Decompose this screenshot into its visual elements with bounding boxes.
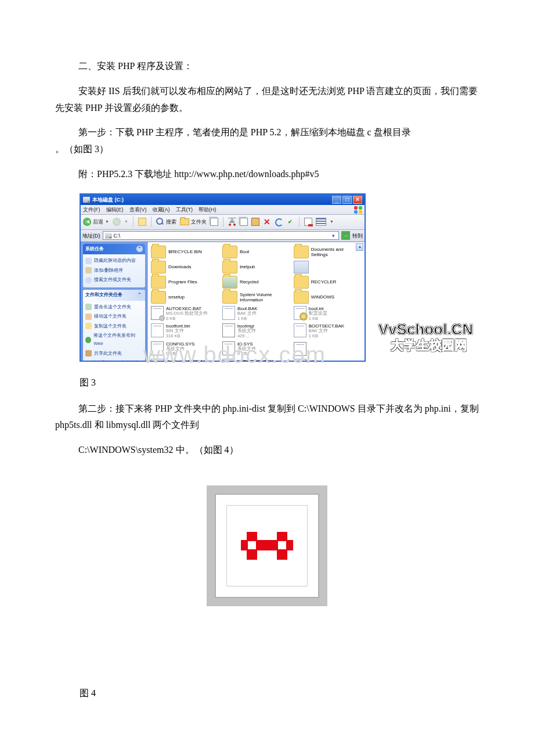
task-label: 重命名这个文件夹 [94,303,131,311]
file-item[interactable]: snsetup [149,290,221,305]
attach-para: 附：PHP5.2.3 下载地址 http://www.php.net/downl… [55,166,479,183]
task-pane: 系统任务 ⌃ 隐藏此驱动器的内容 添加/删除程序 搜索文件或文件夹 文件和文件夹… [81,242,147,361]
go-button[interactable]: → [341,231,350,240]
folder-icon [151,246,166,258]
menu-tools[interactable]: 工具(T) [176,205,193,214]
step2-para2: C:\WINDOWS\system32 中。（如图 4） [55,442,479,459]
file-item[interactable]: CONFIG.SYS系统文件0 KB [149,340,221,358]
close-button[interactable]: × [353,196,362,204]
task-label: 共享此文件夹 [94,350,122,358]
minimize-button[interactable]: _ [332,196,341,204]
file-item[interactable]: WINDOWS [292,290,363,305]
file-item[interactable]: System Volume Information [221,290,292,305]
task-label: 搜索文件或文件夹 [94,276,131,284]
web-icon [85,337,91,343]
folder-icon [222,246,237,258]
up-icon[interactable] [138,218,146,226]
back-icon [83,218,91,226]
file-icon [294,323,306,337]
address-dropdown-icon[interactable]: ▾ [330,231,337,240]
task-copy[interactable]: 复制这个文件夹 [85,322,143,331]
file-item[interactable] [292,260,363,275]
search-task-icon [85,277,92,283]
file-folder-tasks-title: 文件和文件夹任务 [85,291,122,299]
task-share[interactable]: 共享此文件夹 [85,349,143,358]
file-folder-tasks-body: 重命名这个文件夹 移动这个文件夹 复制这个文件夹 将这个文件夹发布到 Web 共… [83,301,145,361]
file-label: Documents and Settings [311,247,362,257]
file-item[interactable]: Program Files [149,275,221,290]
section-title: 二、安装 PHP 程序及设置： [55,58,479,75]
delete-icon[interactable]: ✕ [263,218,271,226]
task-hide-contents[interactable]: 隐藏此驱动器的内容 [85,256,143,265]
file-item[interactable]: Documents and Settings [292,244,363,260]
add-remove-icon [85,267,92,273]
file-item[interactable]: $RECYCLE.BIN [149,244,221,260]
file-item[interactable]: AUTOEXEC.BATMS-DOS 批处理文件0 KB [149,305,221,322]
file-item[interactable]: boot.ini配置设置1 KB [292,305,363,322]
file-item[interactable]: Downloads [149,260,221,275]
watermark-vvschool: VvSchool.CN [378,316,473,343]
file-label: AUTOEXEC.BATMS-DOS 批处理文件0 KB [166,306,208,321]
file-item[interactable]: RECYCLER [292,275,363,290]
file-label: snsetup [168,294,185,300]
file-icon [222,341,235,355]
move-icon[interactable] [210,218,218,226]
menu-bar: 文件(F) 编辑(E) 查看(V) 收藏(A) 工具(T) 帮助(H) [81,205,365,215]
menu-favorites[interactable]: 收藏(A) [153,205,170,214]
scroll-up-button[interactable]: ▴ [356,243,363,251]
task-search-files[interactable]: 搜索文件或文件夹 [85,275,143,285]
file-item[interactable]: ntldr系统文件 [292,358,363,361]
paste-icon[interactable] [251,218,259,226]
cut-icon[interactable] [228,218,236,226]
copy-icon[interactable] [240,218,248,226]
back-button[interactable]: 后退 ▼ [83,217,109,226]
file-item[interactable]: Boot.BAKBAK 文件1 KB [221,305,292,322]
menu-edit[interactable]: 编辑(E) [106,205,124,214]
menu-file[interactable]: 文件(F) [83,205,100,214]
figure-4-container [215,494,319,598]
check-icon[interactable]: ✔ [286,218,294,226]
folder-icon [294,276,309,289]
task-email[interactable]: 以电子邮件形式发送该文件夹内的文件 [85,358,143,361]
file-item[interactable]: IO.SYS系统文件0 KB [221,340,292,358]
step2-para: 第二步：接下来将 PHP 文件夹中的 php.ini-dist 复制到 C:\W… [55,401,479,434]
task-publish-web[interactable]: 将这个文件夹发布到 Web [85,331,143,349]
chevron-up-icon: ⌃ [136,292,143,298]
file-item[interactable]: bootfont.binBIN 文件316 KB [149,322,221,340]
share-icon [85,350,92,357]
file-item[interactable]: Recycled [221,275,292,290]
file-row: $RECYCLE.BINBootDocuments and Settings [149,244,363,260]
address-input[interactable]: C:\ ▾ [103,231,340,240]
search-button[interactable]: 搜索 [156,217,176,226]
task-label: 以电子邮件形式发送该文件夹内的文件 [92,359,143,361]
file-item[interactable] [292,340,363,358]
undo-icon[interactable] [275,218,283,226]
file-folder-tasks-header[interactable]: 文件和文件夹任务 ⌃ [83,290,145,300]
maximize-button[interactable]: □ [342,196,352,204]
task-rename[interactable]: 重命名这个文件夹 [85,303,143,312]
forward-icon[interactable] [113,218,121,226]
folder-icon [151,261,166,273]
task-add-remove[interactable]: 添加/删除程序 [85,266,143,275]
file-item[interactable]: BOOTSECT.BAKBAK 文件1 KB [292,322,363,340]
file-item[interactable]: Inetpub [221,260,292,275]
menu-help[interactable]: 帮助(H) [199,205,217,214]
task-move[interactable]: 移动这个文件夹 [85,312,143,321]
system-tasks-body: 隐藏此驱动器的内容 添加/删除程序 搜索文件或文件夹 [83,254,145,287]
properties-icon[interactable] [304,218,312,226]
file-item[interactable]: Boot [221,244,292,260]
system-tasks-panel: 系统任务 ⌃ 隐藏此驱动器的内容 添加/删除程序 搜索文件或文件夹 [83,244,145,288]
file-label: NetTest15494024.txt文本文档 [166,359,208,361]
figure-4-caption: 图 4 [80,685,479,702]
system-tasks-header[interactable]: 系统任务 ⌃ [83,244,145,254]
file-label: bootfont.binBIN 文件316 KB [166,323,190,339]
file-item[interactable]: bootmgr系统文件429 ... [221,322,292,340]
broken-image-icon [241,530,293,562]
file-item[interactable]: NTDETECT.COMMS-DOS 应用程序 [221,358,292,361]
file-item[interactable]: NetTest15494024.txt文本文档 [149,358,221,361]
menu-view[interactable]: 查看(V) [129,205,147,214]
file-row: NetTest15494024.txt文本文档NTDETECT.COMMS-DO… [149,358,363,361]
file-label: Inetpub [240,264,255,269]
folders-button[interactable]: 文件夹 [180,217,207,226]
views-icon[interactable] [316,218,326,226]
